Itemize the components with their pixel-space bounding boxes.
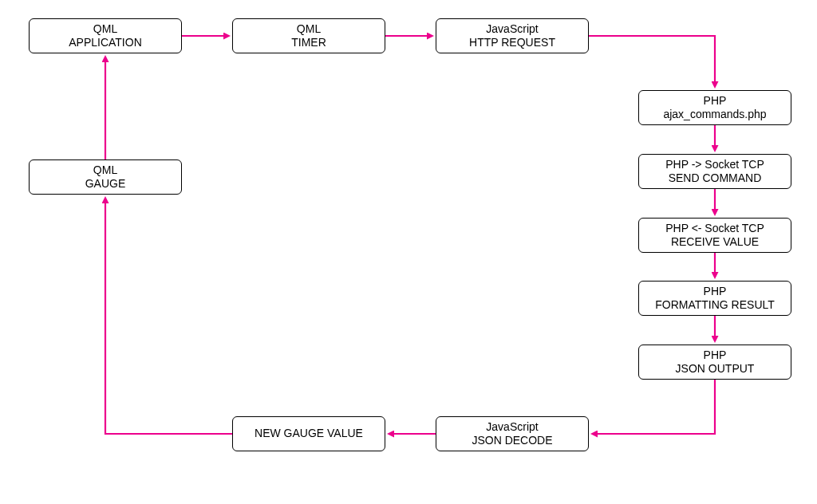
- node-line1: NEW GAUGE VALUE: [255, 427, 363, 441]
- node-php-send-command: PHP -> Socket TCP SEND COMMAND: [638, 154, 791, 189]
- node-line1: PHP <- Socket TCP: [665, 222, 764, 236]
- node-line2: JSON OUTPUT: [676, 362, 755, 376]
- arrow-http-to-ajax: [589, 36, 715, 86]
- node-line1: PHP: [704, 94, 727, 108]
- arrow-json-to-decode: [593, 380, 715, 434]
- node-line2: GAUGE: [85, 177, 126, 191]
- node-new-gauge-value: NEW GAUGE VALUE: [232, 416, 385, 451]
- node-line1: QML: [93, 22, 117, 37]
- node-line1: JavaScript: [486, 420, 538, 435]
- node-line1: PHP: [704, 348, 727, 363]
- node-line1: PHP: [704, 285, 727, 299]
- node-js-http-request: JavaScript HTTP REQUEST: [436, 18, 589, 53]
- node-php-formatting-result: PHP FORMATTING RESULT: [638, 281, 791, 316]
- node-php-json-output: PHP JSON OUTPUT: [638, 345, 791, 380]
- node-js-json-decode: JavaScript JSON DECODE: [436, 416, 589, 451]
- node-qml-gauge: QML GAUGE: [29, 159, 182, 195]
- node-line2: APPLICATION: [69, 36, 142, 50]
- node-line2: RECEIVE VALUE: [671, 235, 759, 250]
- node-line1: JavaScript: [486, 22, 538, 37]
- node-qml-timer: QML TIMER: [232, 18, 385, 53]
- node-line2: SEND COMMAND: [669, 171, 762, 186]
- node-php-ajax-commands: PHP ajax_commands.php: [638, 90, 791, 125]
- node-line2: TIMER: [291, 36, 326, 50]
- node-line2: FORMATTING RESULT: [655, 298, 775, 313]
- node-line1: PHP -> Socket TCP: [665, 158, 764, 172]
- node-line1: QML: [93, 163, 117, 178]
- node-php-receive-value: PHP <- Socket TCP RECEIVE VALUE: [638, 218, 791, 253]
- node-line1: QML: [297, 22, 321, 37]
- node-qml-application: QML APPLICATION: [29, 18, 182, 53]
- flow-diagram: QML APPLICATION QML TIMER JavaScript HTT…: [0, 0, 817, 504]
- node-line2: ajax_commands.php: [663, 108, 766, 122]
- arrow-newgauge-to-gauge: [105, 199, 232, 434]
- node-line2: HTTP REQUEST: [469, 36, 555, 50]
- node-line2: JSON DECODE: [472, 434, 552, 448]
